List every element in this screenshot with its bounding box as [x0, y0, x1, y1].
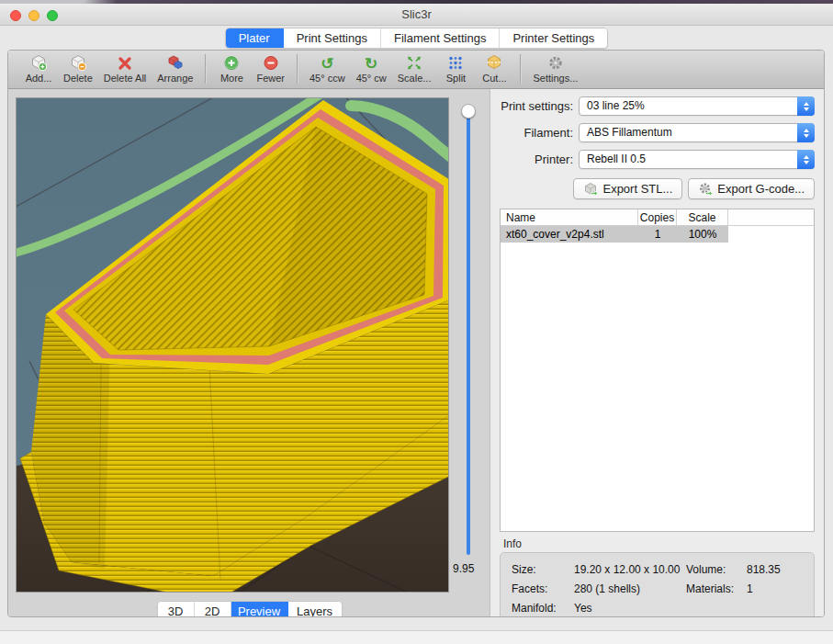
combo-stepper-icon	[797, 150, 815, 169]
more-copies-icon	[223, 54, 240, 72]
fewer-button-label: Fewer	[256, 73, 285, 84]
more-button[interactable]: More	[218, 54, 245, 84]
view-tab-2d[interactable]: 2D	[195, 602, 231, 617]
filament-label: Filament:	[500, 126, 573, 140]
cut-button[interactable]: Cut...	[480, 54, 508, 84]
split-button[interactable]: Split	[442, 54, 469, 84]
delete-all-icon	[117, 54, 133, 72]
cell-name: xt60_cover_v2p4.stl	[501, 228, 638, 241]
column-header-copies[interactable]: Copies	[638, 209, 677, 226]
view-tab-3d[interactable]: 3D	[158, 602, 195, 617]
tab-print-settings[interactable]: Print Settings	[284, 28, 381, 48]
rotate-ccw-label: 45° ccw	[310, 73, 345, 84]
export-gcode-label: Export G-code...	[717, 182, 805, 196]
printer-label: Printer:	[500, 153, 573, 166]
delete-object-icon	[69, 54, 87, 72]
print-settings-label: Print settings:	[500, 99, 573, 113]
column-header-name[interactable]: Name	[501, 209, 638, 226]
plater-panel: Add... Delete Delete All	[7, 50, 825, 617]
plater-content: 9.95 3D 2D Preview Layers Print settings…	[8, 89, 824, 616]
rotate-cw-label: 45° cw	[356, 73, 387, 84]
scale-icon	[406, 54, 422, 72]
toolbar-separator	[520, 54, 521, 84]
table-row[interactable]: xt60_cover_v2p4.stl 1 100%	[501, 226, 814, 243]
3d-scene-canvas[interactable]	[17, 98, 448, 592]
volume-label: Volume:	[686, 560, 747, 580]
arrange-button-label: Arrange	[157, 73, 193, 84]
rotate-ccw-icon: ↺	[321, 54, 333, 72]
view-tab-preview[interactable]: Preview	[231, 602, 288, 617]
fewer-button[interactable]: Fewer	[256, 54, 285, 84]
3d-viewport[interactable]	[17, 98, 448, 592]
tab-printer-settings[interactable]: Printer Settings	[500, 28, 607, 48]
arrange-icon	[166, 54, 185, 72]
export-gcode-icon	[698, 182, 713, 197]
window-lower-gap	[0, 617, 833, 630]
column-header-scale[interactable]: Scale	[677, 209, 728, 226]
delete-button-label: Delete	[63, 73, 93, 84]
combo-stepper-icon	[797, 96, 815, 116]
delete-all-button[interactable]: Delete All	[104, 54, 146, 84]
viewport-area: 9.95 3D 2D Preview Layers	[8, 89, 490, 616]
print-settings-value: 03 line 25%	[580, 97, 797, 115]
export-stl-label: Export STL...	[602, 182, 672, 196]
printer-select[interactable]: Rebell II 0.5	[579, 150, 815, 169]
plater-toolbar: Add... Delete Delete All	[8, 51, 824, 89]
layer-slider-thumb[interactable]	[461, 104, 476, 119]
toolbar-separator	[205, 54, 206, 84]
rotate-cw-icon: ↻	[365, 54, 377, 72]
cut-icon	[485, 54, 503, 72]
layer-slider-value: 9.95	[453, 562, 474, 575]
layer-slider: 9.95	[449, 98, 490, 613]
split-icon	[447, 54, 464, 72]
info-group-box: Size: 19.20 x 12.00 x 10.00 Volume: 818.…	[500, 552, 815, 617]
toolbar-separator	[297, 54, 298, 84]
printer-value: Rebell II 0.5	[580, 151, 797, 168]
fewer-copies-icon	[263, 54, 279, 72]
settings-button-label: Settings...	[533, 73, 578, 84]
info-group-title: Info	[503, 537, 815, 550]
settings-button[interactable]: Settings...	[533, 54, 578, 84]
window-title: Slic3r	[0, 7, 833, 21]
cell-scale: 100%	[677, 228, 728, 241]
main-tabs: Plater Print Settings Filament Settings …	[225, 28, 609, 49]
column-header-filler	[728, 217, 814, 219]
view-tab-layers[interactable]: Layers	[288, 602, 342, 617]
rotate-ccw-button[interactable]: ↺ 45° ccw	[310, 54, 345, 84]
delete-all-button-label: Delete All	[104, 73, 146, 84]
export-stl-button[interactable]: Export STL...	[573, 178, 682, 199]
size-value: 19.20 x 12.00 x 10.00	[574, 560, 686, 580]
filament-value: ABS Fillamentum	[580, 124, 797, 141]
cell-copies: 1	[638, 228, 677, 241]
manifold-label: Manifold:	[512, 599, 574, 617]
split-button-label: Split	[446, 73, 466, 84]
table-row-selection: xt60_cover_v2p4.stl 1 100%	[501, 226, 728, 243]
export-stl-icon	[583, 182, 598, 197]
materials-value: 1	[747, 580, 803, 599]
facets-label: Facets:	[512, 580, 574, 599]
object-list-table[interactable]: Name Copies Scale xt60_cover_v2p4.stl 1 …	[500, 209, 815, 532]
combo-stepper-icon	[797, 123, 815, 142]
object-table-header: Name Copies Scale	[501, 209, 814, 226]
delete-button[interactable]: Delete	[63, 54, 93, 84]
tab-filament-settings[interactable]: Filament Settings	[381, 28, 500, 48]
tab-plater[interactable]: Plater	[226, 28, 284, 48]
add-button[interactable]: Add...	[25, 54, 52, 84]
slic3r-window: Slic3r Plater Print Settings Filament Se…	[0, 0, 833, 644]
main-tabstrip: Plater Print Settings Filament Settings …	[0, 26, 833, 50]
settings-sidebar: Print settings: 03 line 25% Filament: AB…	[490, 89, 824, 616]
more-button-label: More	[220, 73, 243, 84]
facets-value: 280 (1 shells)	[574, 580, 686, 599]
filament-select[interactable]: ABS Fillamentum	[579, 123, 815, 142]
add-button-label: Add...	[26, 73, 52, 84]
layer-slider-track[interactable]	[467, 111, 470, 555]
cut-button-label: Cut...	[482, 73, 506, 84]
export-gcode-button[interactable]: Export G-code...	[688, 178, 815, 199]
rotate-cw-button[interactable]: ↻ 45° cw	[356, 54, 387, 84]
add-object-icon	[29, 54, 48, 72]
scale-button[interactable]: Scale...	[398, 54, 432, 84]
titlebar[interactable]: Slic3r	[0, 4, 833, 26]
scale-button-label: Scale...	[398, 73, 432, 84]
print-settings-select[interactable]: 03 line 25%	[579, 96, 815, 116]
arrange-button[interactable]: Arrange	[157, 54, 193, 84]
